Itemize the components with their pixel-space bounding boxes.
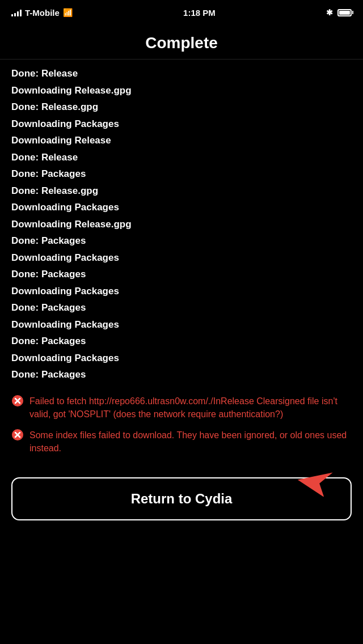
status-left: T-Mobile 📶 [11, 8, 73, 18]
log-line: Done: Packages [11, 366, 352, 383]
log-line: Downloading Release.gpg [11, 82, 352, 99]
status-bar: T-Mobile 📶 1:18 PM ✱ [0, 0, 363, 25]
error-item: Some index files failed to download. The… [11, 429, 352, 455]
log-line: Done: Packages [11, 266, 352, 283]
battery-icon [337, 9, 352, 16]
log-line: Done: Release.gpg [11, 183, 352, 200]
log-line: Done: Release.gpg [11, 99, 352, 116]
status-right: ✱ [326, 8, 352, 17]
log-line: Downloading Packages [11, 283, 352, 300]
error-circle-icon [11, 395, 24, 409]
log-line: Downloading Release [11, 132, 352, 149]
log-line: Downloading Packages [11, 350, 352, 367]
carrier-label: T-Mobile [25, 8, 60, 18]
wifi-icon: 📶 [63, 8, 73, 17]
error-circle-icon [11, 429, 24, 443]
log-line: Downloading Packages [11, 199, 352, 216]
log-line: Downloading Packages [11, 316, 352, 333]
log-content: Done: ReleaseDownloading Release.gpgDone… [0, 60, 363, 389]
button-area: Return to Cydia [0, 468, 363, 537]
log-line: Done: Release [11, 65, 352, 82]
error-item: Failed to fetch http://repo666.ultrasn0w… [11, 395, 352, 421]
svg-marker-6 [298, 463, 341, 497]
signal-icon [11, 9, 22, 16]
log-line: Downloading Packages [11, 116, 352, 133]
error-text: Some index files failed to download. The… [29, 429, 352, 455]
arrow-icon [295, 463, 346, 497]
page-title: Complete [0, 25, 363, 60]
time-label: 1:18 PM [183, 8, 216, 18]
log-line: Done: Packages [11, 299, 352, 316]
log-line: Downloading Release.gpg [11, 216, 352, 233]
log-line: Done: Packages [11, 232, 352, 249]
log-line: Done: Packages [11, 166, 352, 183]
error-text: Failed to fetch http://repo666.ultrasn0w… [29, 395, 352, 421]
log-line: Downloading Packages [11, 249, 352, 266]
log-line: Done: Release [11, 149, 352, 166]
arrow-hint [295, 463, 346, 497]
log-line: Done: Packages [11, 333, 352, 350]
error-section: Failed to fetch http://repo666.ultrasn0w… [0, 389, 363, 469]
bluetooth-icon: ✱ [326, 8, 333, 17]
